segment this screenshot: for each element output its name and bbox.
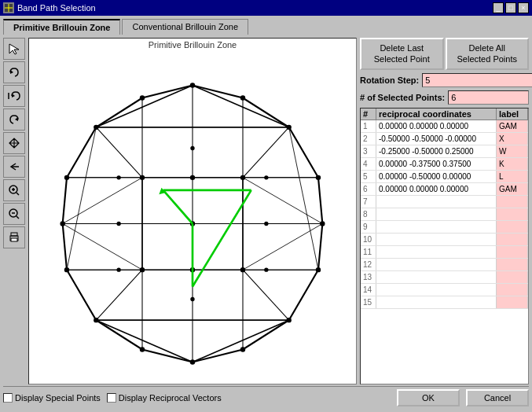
cursor-tool[interactable] bbox=[3, 38, 25, 60]
table-header: # reciprocal coordinates label bbox=[361, 109, 528, 120]
undo-all-tool[interactable] bbox=[3, 85, 25, 107]
table-row[interactable]: 14 bbox=[361, 284, 528, 296]
table-row[interactable]: 6 0.00000 0.00000 0.00000 GAM bbox=[361, 183, 528, 196]
svg-line-57 bbox=[63, 178, 142, 224]
num-selected-row: # of Selected Points: bbox=[360, 90, 529, 105]
redo-tool[interactable] bbox=[3, 109, 25, 131]
svg-rect-18 bbox=[11, 238, 17, 241]
delete-last-button[interactable]: Delete Last Selected Point bbox=[360, 38, 444, 70]
maximize-button[interactable]: □ bbox=[505, 2, 516, 13]
svg-line-34 bbox=[96, 320, 142, 349]
svg-line-60 bbox=[243, 224, 322, 270]
right-panel: Delete Last Selected Point Delete All Se… bbox=[360, 38, 529, 384]
table-row[interactable]: 1 0.00000 0.00000 0.00000 GAM bbox=[361, 120, 528, 133]
window-title: Band Path Selection bbox=[17, 3, 493, 13]
zoom-out-tool[interactable] bbox=[3, 203, 25, 225]
window-controls: _ □ × bbox=[493, 2, 529, 13]
svg-point-89 bbox=[264, 175, 268, 179]
svg-line-51 bbox=[289, 127, 318, 270]
cell-num: 14 bbox=[361, 284, 376, 296]
title-bar: Band Path Selection _ □ × bbox=[0, 0, 532, 16]
rotation-step-input[interactable] bbox=[422, 73, 532, 87]
undo-tool[interactable] bbox=[3, 61, 25, 83]
cell-coords bbox=[376, 296, 497, 308]
svg-point-75 bbox=[94, 125, 98, 130]
svg-point-66 bbox=[316, 267, 321, 272]
svg-point-88 bbox=[116, 175, 120, 179]
table-row[interactable]: 12 bbox=[361, 259, 528, 271]
display-special-checkbox-box[interactable] bbox=[3, 393, 13, 403]
svg-point-69 bbox=[190, 359, 195, 364]
close-button[interactable]: × bbox=[518, 2, 529, 13]
svg-rect-17 bbox=[11, 233, 17, 236]
svg-point-67 bbox=[286, 318, 291, 322]
svg-line-35 bbox=[243, 320, 289, 349]
tab-primitive[interactable]: Primitive Brillouin Zone bbox=[3, 19, 120, 35]
table-row[interactable]: 13 bbox=[361, 271, 528, 284]
svg-point-74 bbox=[64, 175, 69, 180]
table-row[interactable]: 15 bbox=[361, 296, 528, 309]
display-reciprocal-label: Display Reciprocal Vectors bbox=[119, 393, 222, 403]
svg-point-78 bbox=[240, 175, 245, 180]
content-area: Primitive Brillouin Zone bbox=[3, 38, 529, 384]
svg-line-39 bbox=[243, 270, 289, 320]
cell-label bbox=[497, 284, 528, 296]
table-body: 1 0.00000 0.00000 0.00000 GAM 2 -0.50000… bbox=[361, 120, 528, 384]
cancel-button[interactable]: Cancel bbox=[466, 389, 529, 406]
canvas-area[interactable]: Primitive Brillouin Zone bbox=[28, 38, 357, 384]
svg-line-92 bbox=[163, 190, 193, 224]
table-row[interactable]: 9 bbox=[361, 221, 528, 234]
display-special-checkbox[interactable]: Display Special Points bbox=[3, 393, 101, 403]
cell-num: 13 bbox=[361, 271, 376, 283]
minimize-button[interactable]: _ bbox=[493, 2, 504, 13]
num-selected-input[interactable] bbox=[448, 90, 529, 105]
cell-coords bbox=[376, 246, 497, 258]
svg-point-72 bbox=[64, 267, 69, 272]
tab-conventional[interactable]: Conventional Brillouin Zone bbox=[122, 19, 248, 35]
display-reciprocal-checkbox[interactable]: Display Reciprocal Vectors bbox=[107, 393, 222, 403]
cell-num: 9 bbox=[361, 221, 376, 233]
cell-label bbox=[497, 221, 528, 233]
table-row[interactable]: 10 bbox=[361, 234, 528, 246]
table-row[interactable]: 4 0.00000 -0.37500 0.37500 K bbox=[361, 158, 528, 171]
svg-point-79 bbox=[140, 267, 145, 272]
table-row[interactable]: 11 bbox=[361, 246, 528, 259]
pan-tool[interactable] bbox=[3, 132, 25, 154]
cell-coords bbox=[376, 259, 497, 270]
delete-all-button[interactable]: Delete All Selected Points bbox=[446, 38, 530, 70]
svg-line-30 bbox=[67, 270, 96, 320]
table-row[interactable]: 5 0.00000 -0.50000 0.00000 L bbox=[361, 171, 528, 183]
display-special-label: Display Special Points bbox=[15, 393, 101, 403]
brillouin-zone-svg bbox=[29, 51, 356, 384]
cell-label bbox=[497, 259, 528, 270]
svg-line-53 bbox=[193, 86, 289, 127]
svg-point-85 bbox=[190, 297, 194, 301]
table-row[interactable]: 8 bbox=[361, 208, 528, 221]
svg-line-37 bbox=[243, 127, 289, 178]
print-tool[interactable] bbox=[3, 226, 25, 248]
svg-marker-8 bbox=[15, 117, 18, 121]
cell-label: GAM bbox=[497, 183, 528, 195]
display-reciprocal-checkbox-box[interactable] bbox=[107, 393, 116, 403]
cell-label: X bbox=[497, 133, 528, 145]
cell-label bbox=[497, 246, 528, 258]
cell-coords: -0.25000 -0.50000 0.25000 bbox=[376, 145, 497, 157]
points-table: # reciprocal coordinates label 1 0.00000… bbox=[360, 108, 529, 384]
svg-point-61 bbox=[190, 83, 195, 87]
back-tool[interactable] bbox=[3, 156, 25, 178]
cell-num: 7 bbox=[361, 196, 376, 208]
svg-line-54 bbox=[96, 320, 193, 362]
svg-point-77 bbox=[140, 175, 145, 180]
svg-point-81 bbox=[190, 175, 195, 180]
svg-point-65 bbox=[320, 221, 325, 226]
svg-line-59 bbox=[243, 178, 322, 224]
table-row[interactable]: 3 -0.25000 -0.50000 0.25000 W bbox=[361, 145, 528, 158]
svg-line-36 bbox=[96, 127, 142, 178]
ok-button[interactable]: OK bbox=[397, 389, 460, 406]
table-row[interactable]: 2 -0.50000 -0.50000 -0.00000 X bbox=[361, 133, 528, 145]
col-header-coords: reciprocal coordinates bbox=[376, 109, 497, 120]
zoom-in-tool[interactable] bbox=[3, 179, 25, 201]
table-row[interactable]: 7 bbox=[361, 196, 528, 208]
cell-label bbox=[497, 271, 528, 283]
tab-bar: Primitive Brillouin Zone Conventional Br… bbox=[3, 19, 529, 35]
